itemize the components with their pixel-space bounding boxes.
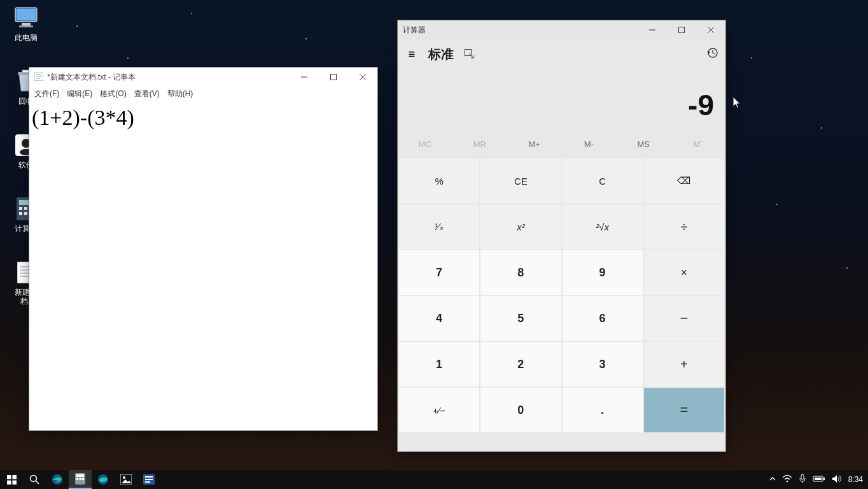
key-0[interactable]: 0	[480, 388, 561, 432]
calculator-mode[interactable]: 标准	[428, 46, 454, 63]
calculator-keypad: % CE C ⌫ ¹∕ₓ x² ²√x ÷ 7 8 9 × 4 5 6 − 1 …	[398, 157, 725, 434]
notepad-app-icon	[34, 72, 43, 83]
notepad-window: *新建文本文档.txt - 记事本 文件(F) 编辑(E) 格式(O) 查看(V…	[29, 67, 378, 431]
tray-clock[interactable]: 8:34	[848, 475, 863, 484]
key-decimal[interactable]: .	[563, 388, 643, 432]
mouse-cursor	[733, 97, 743, 112]
notepad-editor[interactable]	[29, 101, 377, 430]
key-reciprocal[interactable]: ¹∕ₓ	[399, 204, 479, 249]
taskbar-app[interactable]	[137, 470, 160, 489]
key-5[interactable]: 5	[480, 296, 561, 341]
notepad-titlebar[interactable]: *新建文本文档.txt - 记事本	[29, 67, 377, 87]
svg-rect-52	[145, 476, 153, 478]
notepad-title: *新建文本文档.txt - 记事本	[47, 72, 136, 83]
key-clear-entry[interactable]: CE	[480, 159, 561, 203]
key-divide[interactable]: ÷	[644, 204, 724, 249]
menu-help[interactable]: 帮助(H)	[167, 89, 193, 99]
minimize-button[interactable]	[290, 67, 319, 87]
key-multiply[interactable]: ×	[644, 250, 724, 295]
svg-rect-45	[76, 478, 78, 480]
svg-rect-56	[801, 474, 804, 479]
key-3[interactable]: 3	[563, 342, 643, 386]
history-icon[interactable]	[706, 47, 718, 62]
taskbar-edge-2[interactable]	[92, 470, 115, 489]
key-2[interactable]: 2	[480, 342, 561, 386]
svg-rect-39	[12, 480, 17, 485]
key-equals[interactable]: =	[644, 388, 724, 432]
tray-chevron-up-icon[interactable]	[769, 475, 776, 484]
memory-minus[interactable]: M-	[562, 131, 617, 157]
system-tray: 8:34	[769, 474, 868, 486]
key-1[interactable]: 1	[399, 342, 479, 386]
svg-rect-54	[145, 481, 150, 483]
start-button[interactable]	[0, 470, 23, 489]
calculator-title: 计算器	[403, 25, 426, 36]
menu-edit[interactable]: 编辑(E)	[67, 89, 92, 99]
menu-icon[interactable]: ≡	[405, 48, 418, 61]
key-sqrt[interactable]: ²√x	[563, 204, 643, 249]
notepad-menu-bar: 文件(F) 编辑(E) 格式(O) 查看(V) 帮助(H)	[29, 87, 377, 101]
svg-rect-36	[7, 475, 11, 479]
svg-rect-31	[679, 27, 685, 33]
taskbar: 8:34	[0, 470, 868, 489]
svg-rect-12	[24, 207, 27, 210]
maximize-button[interactable]	[319, 67, 348, 87]
close-button[interactable]	[696, 20, 725, 39]
key-9[interactable]: 9	[563, 250, 643, 295]
svg-rect-27	[331, 74, 337, 80]
memory-list: Mˇ	[671, 131, 725, 157]
svg-rect-2	[22, 23, 31, 25]
svg-rect-14	[19, 212, 22, 215]
key-4[interactable]: 4	[399, 296, 479, 341]
calculator-window: 计算器 ≡ 标准 -9 MC MR M+ M- MS Mˇ % CE C ⌫ ¹…	[397, 20, 726, 452]
tray-wifi-icon[interactable]	[782, 474, 792, 485]
menu-file[interactable]: 文件(F)	[34, 89, 59, 99]
svg-rect-46	[80, 478, 81, 480]
calculator-display: -9	[398, 69, 725, 131]
desktop-icon-label: 此电脑	[3, 33, 50, 42]
minimize-button[interactable]	[638, 20, 667, 39]
key-negate[interactable]: +∕−	[399, 388, 479, 432]
memory-plus[interactable]: M+	[507, 131, 562, 157]
tray-battery-icon[interactable]	[813, 475, 825, 485]
desktop-icon-this-pc[interactable]: 此电脑	[3, 5, 50, 42]
svg-point-55	[786, 480, 788, 482]
memory-row: MC MR M+ M- MS Mˇ	[398, 131, 725, 157]
menu-view[interactable]: 查看(V)	[134, 89, 160, 99]
taskbar-calculator[interactable]	[69, 470, 92, 489]
memory-recall: MR	[452, 131, 507, 157]
svg-point-50	[123, 476, 125, 479]
taskbar-photos[interactable]	[115, 470, 137, 489]
close-button[interactable]	[348, 67, 377, 87]
key-minus[interactable]: −	[644, 296, 724, 341]
key-8[interactable]: 8	[480, 250, 561, 295]
taskbar-edge[interactable]	[46, 470, 69, 489]
svg-rect-60	[815, 478, 822, 480]
key-plus[interactable]: +	[644, 342, 724, 386]
maximize-button[interactable]	[667, 20, 696, 39]
svg-rect-44	[76, 474, 84, 477]
svg-rect-37	[12, 475, 17, 479]
svg-rect-53	[145, 479, 153, 480]
menu-format[interactable]: 格式(O)	[100, 89, 126, 99]
svg-line-41	[36, 481, 39, 484]
svg-rect-47	[82, 478, 84, 480]
always-on-top-icon[interactable]	[464, 48, 474, 60]
memory-store[interactable]: MS	[616, 131, 671, 157]
key-7[interactable]: 7	[399, 250, 479, 295]
svg-rect-1	[17, 9, 36, 20]
tray-mic-icon[interactable]	[799, 474, 806, 486]
svg-rect-59	[823, 478, 825, 480]
svg-rect-11	[19, 207, 22, 210]
key-6[interactable]: 6	[563, 296, 643, 341]
tray-volume-icon[interactable]	[832, 474, 842, 485]
key-backspace[interactable]: ⌫	[644, 159, 724, 203]
key-percent[interactable]: %	[399, 159, 479, 203]
key-square[interactable]: x²	[480, 204, 561, 249]
calculator-titlebar[interactable]: 计算器	[398, 20, 725, 39]
key-clear[interactable]: C	[563, 159, 643, 203]
search-button[interactable]	[23, 470, 46, 489]
pc-icon	[13, 5, 39, 31]
svg-rect-15	[24, 212, 27, 215]
memory-clear: MC	[398, 131, 452, 157]
